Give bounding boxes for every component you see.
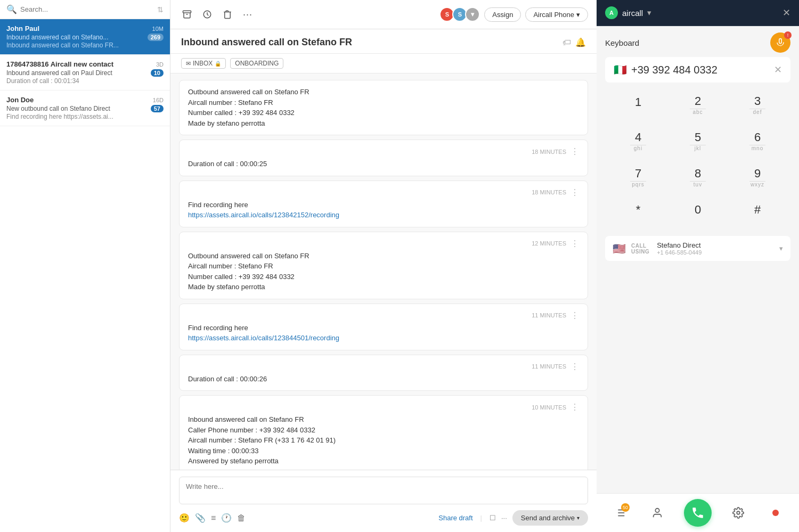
checklist-icon[interactable]: ≡ xyxy=(211,513,216,523)
send-archive-button[interactable]: Send and archive ▾ xyxy=(512,510,588,526)
keypad: 12abc3def4ghi5jkl6mno7pqrs8tuv9wxyz*0# xyxy=(609,89,786,230)
key-button[interactable]: # xyxy=(729,198,786,230)
list-item[interactable]: John Paul 10M Inbound answered call on S… xyxy=(0,19,170,55)
key-button[interactable]: 2abc xyxy=(669,89,727,123)
message-menu-icon[interactable]: ⋮ xyxy=(570,239,579,249)
message-card: 11 MINUTES ⋮ Find recording here https:/… xyxy=(179,304,588,350)
checkbox-icon[interactable]: ☐ xyxy=(490,514,496,522)
key-button[interactable]: 9wxyz xyxy=(729,161,786,195)
key-main: 3 xyxy=(754,95,761,107)
key-button[interactable]: * xyxy=(609,198,667,230)
key-button[interactable]: 6mno xyxy=(729,125,786,159)
call-button[interactable] xyxy=(684,499,712,527)
messages-area: Outbound answered call on Stefano FR Air… xyxy=(170,73,597,470)
bell-icon[interactable]: 🔔 xyxy=(575,37,586,47)
record-indicator xyxy=(765,502,786,523)
clock-icon[interactable]: 🕐 xyxy=(221,513,232,523)
inbox-label: INBOX xyxy=(193,60,213,67)
trash-icon[interactable] xyxy=(219,6,235,22)
archive-icon[interactable] xyxy=(179,6,195,22)
clear-icon[interactable]: ✕ xyxy=(774,64,782,76)
message-card: 11 MINUTES ⋮ Duration of call : 00:00:26 xyxy=(179,355,588,391)
message-line: Aircall number : Stefano FR xyxy=(188,261,579,272)
message-line: Number called : +39 392 484 0332 xyxy=(188,108,579,118)
call-using-chevron-icon[interactable]: ▾ xyxy=(779,244,783,252)
key-button[interactable]: 7pqrs xyxy=(609,161,667,195)
item-subject: Inbound answered call on Stefano... xyxy=(6,34,108,41)
key-main: 5 xyxy=(695,132,701,143)
message-line: Made by stefano perrotta xyxy=(188,118,579,129)
key-sub: tuv xyxy=(694,182,702,189)
aircall-chevron-icon[interactable]: ▾ xyxy=(647,8,651,18)
call-using-number: +1 646-585-0449 xyxy=(657,249,702,256)
more-icon[interactable]: ··· xyxy=(240,6,256,22)
item-time: 16D xyxy=(153,97,164,103)
key-button[interactable]: 4ghi xyxy=(609,125,667,159)
emoji-icon[interactable]: 🙂 xyxy=(179,513,190,523)
conversation-header: Inbound answered call on Stefano FR 🏷 🔔 xyxy=(170,29,597,54)
reply-textarea[interactable] xyxy=(179,477,588,504)
assign-button[interactable]: Assign xyxy=(484,7,521,22)
call-using-area: 🇺🇸 CALLUSING Stefano Direct +1 646-585-0… xyxy=(605,236,790,261)
key-button[interactable]: 5jkl xyxy=(669,125,727,159)
message-menu-icon[interactable]: ⋮ xyxy=(570,187,579,198)
item-time: 10M xyxy=(152,26,164,32)
send-archive-label: Send and archive xyxy=(521,514,575,522)
key-button[interactable]: 1 xyxy=(609,89,667,123)
aircall-phone-button[interactable]: Aircall Phone ▾ xyxy=(525,7,588,22)
aircall-chevron-icon: ▾ xyxy=(576,11,580,19)
tag-icon[interactable]: 🏷 xyxy=(562,38,571,47)
keyboard-label-area: Keyboard ! xyxy=(597,26,799,57)
message-menu-icon[interactable]: ⋮ xyxy=(570,362,579,372)
list-item[interactable]: Jon Doe 16D New outbound call on Stefano… xyxy=(0,91,170,126)
footer-badge: 50 xyxy=(621,503,630,512)
key-sub: wxyz xyxy=(751,182,764,189)
close-icon[interactable]: ✕ xyxy=(782,7,790,19)
sort-icon[interactable]: ⇅ xyxy=(157,5,164,14)
attachment-icon[interactable]: 📎 xyxy=(195,513,206,523)
unread-badge: 10 xyxy=(151,69,164,77)
clock-icon[interactable] xyxy=(199,6,215,22)
item-subject: New outbound call on Stefano Direct xyxy=(6,105,110,112)
key-main: 7 xyxy=(635,168,641,179)
message-menu-icon[interactable]: ⋮ xyxy=(570,310,579,321)
item-preview: Inbound answered call on Stefano FR... xyxy=(6,42,119,49)
mic-button[interactable]: ! xyxy=(770,32,790,53)
recording-link[interactable]: https://assets.aircall.io/calls/12384450… xyxy=(188,334,339,342)
key-button[interactable]: 3def xyxy=(729,89,786,123)
message-menu-icon[interactable]: ⋮ xyxy=(570,402,579,412)
phone-number-input[interactable] xyxy=(631,64,770,76)
avatar-dropdown[interactable]: ▾ xyxy=(465,7,480,22)
recording-link[interactable]: https://assets.aircall.io/calls/12384215… xyxy=(188,211,339,219)
conversations-icon-button[interactable]: 50 xyxy=(609,502,631,523)
message-line: Aircall number : Stefano FR (+33 1 76 42… xyxy=(188,435,579,446)
search-icon: 🔍 xyxy=(6,4,17,14)
list-item[interactable]: 17864738816 Aircall new contact 3D Inbou… xyxy=(0,55,170,91)
key-sub: ghi xyxy=(634,145,642,153)
message-card: 18 MINUTES ⋮ Find recording here https:/… xyxy=(179,181,588,227)
delete-icon[interactable]: 🗑 xyxy=(237,513,246,523)
share-draft-button[interactable]: Share draft xyxy=(438,514,472,522)
lock-icon: 🔒 xyxy=(215,61,221,67)
message-text: Outbound answered call on Stefano FR Air… xyxy=(188,251,579,292)
message-menu-icon[interactable]: ⋮ xyxy=(570,146,579,157)
divider: | xyxy=(480,514,482,522)
aircall-panel: A aircall ▾ ✕ Keyboard ! 🇮🇹 ✕ 12abc3def4… xyxy=(597,0,799,532)
search-input[interactable] xyxy=(20,5,157,13)
top-toolbar: ··· S S ▾ Assign Aircall Phone ▾ xyxy=(170,0,597,29)
key-button[interactable]: 0 xyxy=(669,198,727,230)
message-text: Duration of call : 00:00:26 xyxy=(188,374,579,384)
key-main: 6 xyxy=(754,132,761,143)
key-button[interactable]: 8tuv xyxy=(669,161,727,195)
contacts-icon-button[interactable] xyxy=(647,502,668,523)
more-options-icon[interactable]: ··· xyxy=(501,514,507,522)
contact-name: 17864738816 Aircall new contact xyxy=(6,60,113,68)
conversation-header-icons: 🏷 🔔 xyxy=(562,37,586,47)
message-text: Find recording here https://assets.airca… xyxy=(188,323,579,343)
key-sub: mno xyxy=(752,145,763,153)
message-time: 18 MINUTES xyxy=(532,149,566,155)
item-subject: Inbound answered call on Paul Direct xyxy=(6,69,112,77)
settings-icon-button[interactable] xyxy=(728,502,749,523)
conversation-tags: ✉ INBOX 🔒 ONBOARDING xyxy=(170,54,597,73)
inbox-tag: ✉ INBOX 🔒 xyxy=(181,58,226,69)
